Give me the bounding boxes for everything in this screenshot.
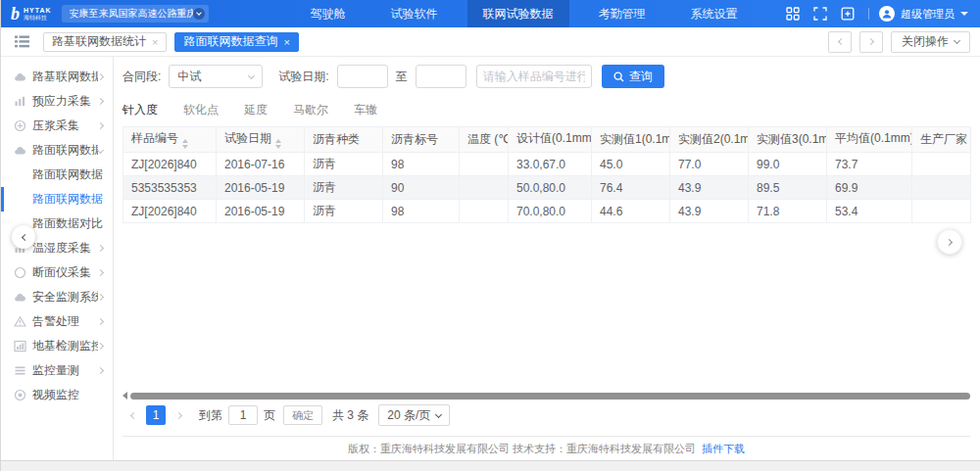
col-sample-id[interactable]: 样品编号 [123,127,217,153]
tab-bar: 路基联网数据统计 × 路面联网数据查询 × 关闭操作 [1,27,980,57]
project-dropdown-icon[interactable] [193,8,205,20]
test-date-end-input[interactable] [416,65,466,88]
nav-item-attendance[interactable]: 考勤管理 [583,0,662,27]
cloud-icon [14,71,26,83]
project-selector-value: 安康至来凤国家高速公路重庆... [70,7,193,21]
sidebar-collapse-button[interactable] [12,225,35,249]
next-page-button[interactable] [170,405,189,425]
sidebar-item-alarm-handling[interactable]: 告警处理 [1,309,113,334]
sort-icon[interactable] [275,139,281,149]
brand-name: HYTAK [24,7,52,14]
fullscreen-icon[interactable] [813,7,827,21]
project-selector[interactable]: 安康至来凤国家高速公路重庆... [62,5,209,23]
nav-item-test-software[interactable]: 试验软件 [375,0,454,27]
nav-item-cockpit[interactable]: 驾驶舱 [295,0,362,27]
bottom-strip [1,460,980,471]
date-to-label: 至 [396,69,408,85]
horizontal-scrollbar [122,391,970,400]
grid-apps-icon[interactable] [786,7,800,21]
plus-circle-icon [14,119,26,132]
sidebar-item-foundation-monitoring[interactable]: 地基检测监控平台 [1,334,113,358]
sidebar: 路基联网数据 预应力采集 压浆采集 路面联网数据 路面联网数据统计 路面联网数据… [1,57,114,460]
cloud-icon [14,144,26,157]
col-design-value[interactable]: 设计值(0.1mm) [509,127,592,153]
contract-label: 合同段: [122,69,161,85]
table-row[interactable]: ZJ[2026]8402016-05-19 沥青98 70.0,80.0 44.… [123,200,971,223]
col-asphalt-type: 沥青种类 [305,127,383,153]
test-date-label: 试验日期: [278,69,328,85]
tab-list-icon[interactable] [15,35,29,48]
col-measured-3: 实测值3(0.1mm) [749,127,827,153]
subtab-ductility[interactable]: 延度 [244,102,268,124]
subtab-softening-point[interactable]: 软化点 [183,102,219,124]
goto-confirm-button[interactable]: 确定 [283,405,322,425]
user-name[interactable]: 超级管理员 [901,7,955,22]
tab-close-icon[interactable]: × [152,36,158,48]
sidebar-item-profilometer[interactable]: 断面仪采集 [1,260,113,285]
sidebar-item-monitoring-measure[interactable]: 监控量测 [1,358,113,383]
sidebar-item-pavement-network-data[interactable]: 路面联网数据 [1,138,113,163]
plugin-download-link[interactable]: 插件下载 [702,442,745,456]
main-content: 合同段: 中试 试验日期: 至 查询 针入度 软化点 延度 马歇 [114,57,980,460]
scrollbar-thumb[interactable] [130,393,970,400]
contract-select[interactable]: 中试 [169,65,263,88]
user-dropdown-icon[interactable] [960,12,968,16]
monitor-chart-icon [14,340,26,353]
tab-label: 路基联网数据统计 [52,33,146,50]
sort-icon[interactable] [182,139,188,149]
nav-item-system-settings[interactable]: 系统设置 [675,0,754,27]
sidebar-item-safety-monitoring[interactable]: 安全监测系统 [1,285,113,309]
cloud-icon [14,291,26,304]
tabs-scroll-right-button[interactable] [859,31,883,53]
nav-item-network-test-data[interactable]: 联网试验数据 [467,0,569,27]
tab-roadbed-stats[interactable]: 路基联网数据统计 × [43,32,167,52]
sidebar-item-grouting-collection[interactable]: 压浆采集 [1,114,113,138]
add-window-icon[interactable] [841,7,855,21]
subtab-rutting[interactable]: 车辙 [354,102,377,124]
sidebar-item-video-surveillance[interactable]: 视频监控 [1,383,113,407]
test-date-start-input[interactable] [337,65,388,88]
table-row[interactable]: 53535353532016-05-19 沥青90 50.0,80.0 76.4… [123,176,971,200]
table-header-row: 样品编号 试验日期 沥青种类 沥青标号 温度 (℃) 设计值(0.1mm) 实测… [123,127,971,153]
table-scroll-right-button[interactable] [937,229,962,255]
tab-pavement-query[interactable]: 路面联网数据查询 × [174,32,298,52]
contract-select-value: 中试 [177,69,249,85]
copyright-text: 版权：重庆海特科技发展有限公司 技术支持：重庆海特科技发展有限公司 [348,442,696,456]
search-icon [613,71,624,82]
sidebar-item-pavement-data-query[interactable]: 路面联网数据查询 [1,187,113,212]
sidebar-item-roadbed-network-data[interactable]: 路基联网数据 [1,65,113,89]
scrollbar-left-arrow[interactable] [122,392,127,400]
topbar-right: 超级管理员 [772,6,968,22]
col-asphalt-grade: 沥青标号 [383,127,460,153]
brand-logo: b HYTAK 海特科技 [11,5,52,23]
goto-label: 到第 [199,407,222,424]
bar-chart-icon [14,95,26,108]
gauge-icon [14,266,26,279]
user-avatar[interactable] [879,6,895,22]
filter-bar: 合同段: 中试 试验日期: 至 查询 [122,65,970,88]
col-measured-2: 实测值2(0.1mm) [670,127,749,153]
tabs-scroll-left-button[interactable] [828,31,852,53]
pagination: 1 到第 页 确定 共 3 条 20 条/页 [122,404,970,426]
top-navbar: b HYTAK 海特科技 安康至来凤国家高速公路重庆... 驾驶舱 试验软件 联… [1,0,980,27]
divider [868,8,869,20]
page-size-select[interactable]: 20 条/页 [378,404,450,426]
table-row[interactable]: ZJ[2026]8402016-07-16 沥青98 33.0,67.0 45.… [123,153,971,176]
col-test-date[interactable]: 试验日期 [217,127,305,153]
sidebar-item-pavement-data-stats[interactable]: 路面联网数据统计 [1,163,113,187]
results-table: 样品编号 试验日期 沥青种类 沥青标号 温度 (℃) 设计值(0.1mm) 实测… [122,126,971,223]
goto-page-input[interactable] [228,405,258,425]
close-operations-dropdown[interactable]: 关闭操作 [891,31,970,53]
subtab-marshall[interactable]: 马歇尔 [293,102,328,124]
subtab-penetration[interactable]: 针入度 [122,102,158,124]
brand-name-cn: 海特科技 [24,15,52,22]
prev-page-button[interactable] [122,405,142,425]
page-number-1[interactable]: 1 [146,405,166,425]
sample-search-input[interactable] [476,65,592,88]
warning-triangle-icon [14,315,26,328]
query-button[interactable]: 查询 [602,65,664,88]
sidebar-item-prestress-collection[interactable]: 预应力采集 [1,89,113,114]
col-average[interactable]: 平均值(0.1mm) [827,127,912,153]
page-unit-label: 页 [264,407,275,424]
tab-close-icon[interactable]: × [283,36,289,48]
